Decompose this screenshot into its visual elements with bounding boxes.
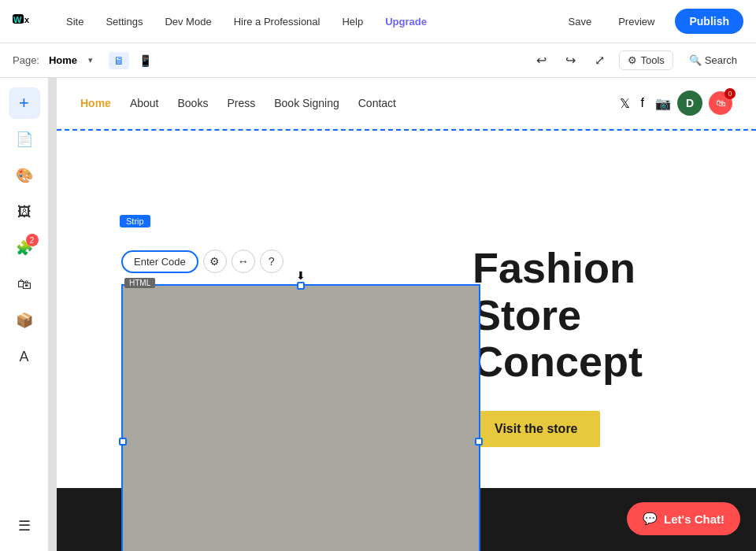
twitter-icon[interactable]: 𝕏 — [620, 96, 630, 111]
resize-circle-button[interactable]: ↔ — [232, 250, 255, 273]
hero-title-line1: Fashion Store — [472, 244, 636, 338]
strip-label[interactable]: Strip — [120, 215, 150, 227]
user-avatar[interactable]: D — [677, 91, 702, 116]
nav-item-contact[interactable]: Contact — [358, 97, 396, 109]
undo-button[interactable]: ↩ — [532, 50, 551, 71]
svg-text:ix: ix — [22, 15, 30, 24]
nav-item-booksigning[interactable]: Book Signing — [274, 97, 339, 109]
nav-item-home[interactable]: Home — [80, 97, 111, 109]
nav-help[interactable]: Help — [337, 13, 368, 31]
hero-title: Fashion Store Concept — [472, 245, 724, 385]
chat-label: Let's Chat! — [664, 512, 724, 526]
text-panel-button[interactable]: A — [9, 341, 40, 372]
canvas-area: Home About Books Press Book Signing Cont… — [49, 78, 756, 551]
facebook-icon[interactable]: f — [641, 96, 644, 110]
page-label: Page: — [13, 54, 39, 66]
device-icons: 🖥 📱 — [109, 52, 157, 69]
redo-button[interactable]: ↪ — [561, 50, 580, 71]
wix-logo: W ix — [13, 11, 43, 31]
preview-button[interactable]: Preview — [610, 13, 662, 31]
mobile-view-button[interactable]: 📱 — [134, 52, 157, 69]
visit-store-button[interactable]: Visit the store — [472, 411, 600, 447]
nav-social-icons: 𝕏 f 📷 — [620, 96, 671, 111]
html-placeholder-block[interactable] — [123, 286, 479, 551]
nav-hire[interactable]: Hire a Professional — [229, 13, 325, 31]
store-panel-button[interactable]: 🛍 — [9, 268, 40, 300]
search-label: Search — [705, 54, 737, 66]
canvas-nav: Home About Books Press Book Signing Cont… — [57, 78, 756, 129]
add-elements-button[interactable]: + — [9, 87, 40, 119]
top-bar: W ix Site Settings Dev Mode Hire a Profe… — [0, 0, 756, 43]
instagram-icon[interactable]: 📷 — [655, 96, 671, 111]
pages-panel-button[interactable]: 📄 — [9, 124, 40, 155]
page-chevron-icon[interactable]: ▾ — [88, 55, 93, 65]
hero-title-line2: Concept — [472, 338, 643, 385]
editor-area: + 📄 🎨 🖼 🧩 2 🛍 📦 A ☰ Home About Books Pre… — [0, 78, 756, 551]
website-canvas: Home About Books Press Book Signing Cont… — [57, 78, 756, 551]
settings-circle-button[interactable]: ⚙ — [203, 250, 227, 273]
nav-item-press[interactable]: Press — [227, 97, 255, 109]
nav-devmode[interactable]: Dev Mode — [160, 13, 216, 31]
nav-site[interactable]: Site — [61, 13, 88, 31]
nav-settings[interactable]: Settings — [101, 13, 147, 31]
search-button[interactable]: 🔍 Search — [683, 51, 743, 69]
help-circle-button[interactable]: ? — [260, 250, 284, 273]
left-sidebar: + 📄 🎨 🖼 🧩 2 🛍 📦 A ☰ — [0, 78, 49, 551]
html-block-toolbar: Enter Code ⚙ ↔ ? — [121, 250, 284, 273]
apps-badge: 2 — [26, 234, 39, 246]
chat-button[interactable]: 💬 Let's Chat! — [627, 502, 740, 535]
chat-icon: 💬 — [643, 512, 658, 526]
enter-code-button[interactable]: Enter Code — [121, 250, 198, 273]
svg-text:W: W — [13, 15, 22, 24]
section-selection-border — [57, 129, 756, 131]
layers-panel-button[interactable]: ☰ — [9, 510, 40, 542]
cart-icon[interactable]: 🛍 0 — [709, 91, 732, 115]
tools-button[interactable]: ⚙ Tools — [619, 50, 673, 70]
zoom-button[interactable]: ⤢ — [590, 50, 610, 71]
tools-label: Tools — [640, 54, 664, 66]
design-panel-button[interactable]: 🎨 — [9, 160, 40, 191]
nav-item-books[interactable]: Books — [178, 97, 209, 109]
second-bar: Page: Home ▾ 🖥 📱 ↩ ↪ ⤢ ⚙ Tools 🔍 Search — [0, 43, 756, 78]
search-icon: 🔍 — [689, 54, 702, 66]
html-element-label: HTML — [124, 278, 155, 288]
page-name[interactable]: Home — [49, 54, 77, 66]
nav-item-about[interactable]: About — [130, 97, 159, 109]
apps-panel-button[interactable]: 🧩 2 — [9, 232, 40, 264]
publish-button[interactable]: Publish — [675, 9, 743, 34]
nav-upgrade[interactable]: Upgrade — [380, 13, 432, 31]
tools-icon: ⚙ — [628, 54, 637, 66]
desktop-view-button[interactable]: 🖥 — [109, 52, 129, 69]
media-panel-button[interactable]: 🖼 — [9, 196, 40, 227]
blog-panel-button[interactable]: 📦 — [9, 305, 40, 336]
save-button[interactable]: Save — [562, 13, 598, 31]
